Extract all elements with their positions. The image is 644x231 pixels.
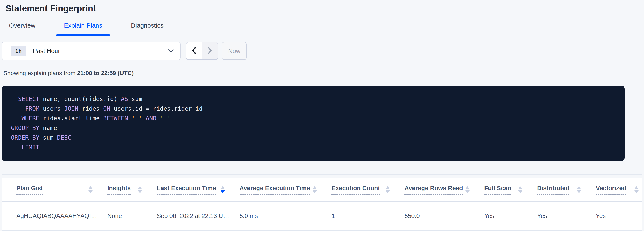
sort-up-arrow-icon <box>138 186 142 189</box>
column-header-insights[interactable]: Insights <box>107 185 157 195</box>
time-range-select[interactable]: 1h Past Hour <box>2 42 180 60</box>
sort-icon[interactable] <box>312 186 317 193</box>
sort-icon[interactable] <box>518 186 522 193</box>
cell-distributed: Yes <box>537 212 596 220</box>
table-body: AgHUAQIABQAAAAHYAQIAiA...NoneSep 06, 202… <box>2 202 642 231</box>
cell-full-scan: Yes <box>484 212 537 220</box>
table-row: AgHUAQIABQAAAAHYAQIAiA...NoneSep 06, 202… <box>2 202 642 231</box>
sort-up-arrow-icon <box>518 186 522 189</box>
column-label: Average Execution Time <box>240 185 310 195</box>
sort-down-arrow-icon <box>138 190 142 193</box>
column-header-full-scan[interactable]: Full Scan <box>484 185 537 195</box>
tab-diagnostics[interactable]: Diagnostics <box>123 22 171 35</box>
summary-text: Showing explain plans from 21:00 to 22:5… <box>3 70 644 76</box>
sort-down-arrow-icon <box>220 190 225 193</box>
column-label: Vectorized <box>596 185 626 195</box>
chevron-right-icon <box>208 47 212 55</box>
sql-line: GROUP BY name <box>11 123 616 133</box>
column-label: Execution Count <box>332 185 380 195</box>
next-interval-button[interactable] <box>202 42 218 59</box>
cell-vectorized: Yes <box>596 212 642 220</box>
sort-icon[interactable] <box>386 186 390 193</box>
sort-icon[interactable] <box>465 186 470 193</box>
column-header-execution-count[interactable]: Execution Count <box>332 185 404 195</box>
summary-range: 21:00 to 22:59 (UTC) <box>77 70 134 76</box>
chevron-down-icon <box>168 49 174 53</box>
cell-last-execution-time: Sep 06, 2022 at 22:13 UTC <box>157 212 240 220</box>
column-header-vectorized[interactable]: Vectorized <box>596 185 642 195</box>
column-label: Distributed <box>537 185 569 195</box>
sort-icon[interactable] <box>138 186 142 193</box>
time-controls: 1h Past Hour Now <box>2 42 644 60</box>
tab-explain-plans[interactable]: Explain Plans <box>56 22 110 35</box>
sql-line: SELECT name, count(rides.id) AS sum <box>11 94 616 104</box>
sort-down-arrow-icon <box>465 190 470 193</box>
time-range-badge: 1h <box>11 46 26 56</box>
time-range-label: Past Hour <box>33 48 60 54</box>
explain-plans-table-card: Plan GistInsightsLast Execution TimeAver… <box>2 178 642 231</box>
now-button[interactable]: Now <box>222 42 247 60</box>
chevron-left-icon <box>192 47 196 55</box>
cell-insights: None <box>107 212 157 220</box>
tab-overview[interactable]: Overview <box>1 22 43 35</box>
cell-execution-count: 1 <box>332 212 404 220</box>
sql-code-block: SELECT name, count(rides.id) AS sum FROM… <box>2 86 625 161</box>
tab-bar: OverviewExplain PlansDiagnostics <box>0 22 634 35</box>
sort-up-arrow-icon <box>465 186 470 189</box>
sort-down-arrow-icon <box>577 190 581 193</box>
column-header-plan-gist[interactable]: Plan Gist <box>16 185 107 195</box>
column-header-average-execution-time[interactable]: Average Execution Time <box>240 185 332 195</box>
sql-line: ORDER BY sum DESC <box>11 133 616 143</box>
cell-average-rows-read: 550.0 <box>404 212 484 220</box>
sort-up-arrow-icon <box>386 186 390 189</box>
column-label: Insights <box>107 185 131 195</box>
section-divider <box>2 174 642 174</box>
sort-up-arrow-icon <box>88 186 92 189</box>
page-title: Statement Fingerprint <box>6 3 644 14</box>
column-label: Full Scan <box>484 185 512 195</box>
sql-line: WHERE rides.start_time BETWEEN '_' AND '… <box>11 114 616 123</box>
summary-prefix: Showing explain plans from <box>3 70 77 76</box>
column-label: Average Rows Read <box>404 185 463 195</box>
time-step-button-group <box>186 42 218 60</box>
cell-plan-gist[interactable]: AgHUAQIABQAAAAHYAQIAiA... <box>16 212 107 220</box>
previous-interval-button[interactable] <box>186 42 202 59</box>
column-header-average-rows-read[interactable]: Average Rows Read <box>404 185 484 195</box>
sort-up-arrow-icon <box>312 186 317 189</box>
sql-line: LIMIT _ <box>11 143 616 152</box>
column-header-distributed[interactable]: Distributed <box>537 185 596 195</box>
sort-up-arrow-icon <box>634 186 638 189</box>
sort-icon[interactable] <box>220 186 225 193</box>
sql-line: FROM users JOIN rides ON users.id = ride… <box>11 104 616 114</box>
sort-icon[interactable] <box>577 186 581 193</box>
sort-icon[interactable] <box>634 186 638 193</box>
sort-down-arrow-icon <box>634 190 638 193</box>
sort-down-arrow-icon <box>518 190 522 193</box>
sort-up-arrow-icon <box>220 186 225 189</box>
column-header-last-execution-time[interactable]: Last Execution Time <box>157 185 240 195</box>
column-label: Last Execution Time <box>157 185 216 195</box>
sort-down-arrow-icon <box>312 190 317 193</box>
sort-icon[interactable] <box>88 186 92 193</box>
sort-down-arrow-icon <box>88 190 92 193</box>
sort-down-arrow-icon <box>386 190 390 193</box>
sort-up-arrow-icon <box>577 186 581 189</box>
column-label: Plan Gist <box>16 185 43 195</box>
table-header-row: Plan GistInsightsLast Execution TimeAver… <box>2 178 642 202</box>
cell-average-execution-time: 5.0 ms <box>240 212 332 220</box>
